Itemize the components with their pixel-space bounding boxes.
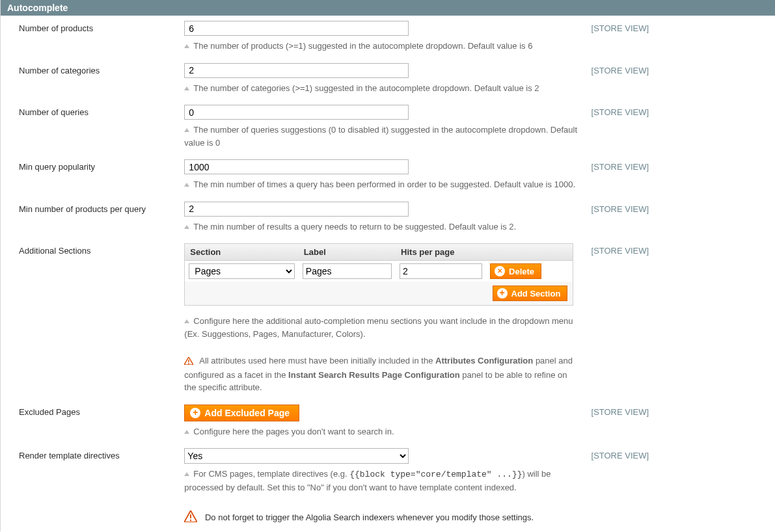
hint-num-queries: The number of queries suggestions (0 to …	[184, 124, 578, 149]
scope-label: [STORE VIEW]	[585, 238, 775, 399]
plus-icon	[190, 408, 200, 418]
label-excluded-pages: Excluded Pages	[1, 399, 184, 444]
scope-label: [STORE VIEW]	[585, 154, 775, 196]
input-num-products[interactable]	[184, 21, 409, 36]
scope-label: [STORE VIEW]	[585, 16, 775, 58]
add-excluded-page-button[interactable]: Add Excluded Page	[184, 405, 299, 421]
input-min-popularity[interactable]	[184, 159, 409, 174]
label-num-products: Number of products	[1, 16, 184, 58]
label-num-categories: Number of categories	[1, 58, 184, 100]
warning-icon	[184, 356, 193, 369]
hint-render: For CMS pages, template directives (e.g.…	[184, 468, 578, 494]
panel-title: Autocomplete	[1, 0, 775, 16]
col-label: Label	[299, 244, 396, 261]
plus-icon	[497, 288, 508, 299]
input-min-products-per-query[interactable]	[184, 202, 409, 217]
label-min-popularity: Min query popularity	[1, 154, 184, 196]
scope-label: [STORE VIEW]	[585, 100, 775, 154]
hint-num-categories: The number of categories (>=1) suggested…	[184, 82, 578, 95]
warn-additional: All attributes used here must have been …	[184, 354, 578, 394]
svg-point-3	[190, 520, 191, 521]
close-icon	[495, 266, 505, 276]
label-num-queries: Number of queries	[1, 100, 184, 154]
col-section: Section	[185, 244, 299, 261]
label-min-products-per-query: Min number of products per query	[1, 196, 184, 239]
scope-label: [STORE VIEW]	[585, 58, 775, 100]
add-section-button[interactable]: Add Section	[493, 286, 568, 301]
col-hits: Hits per page	[396, 244, 486, 261]
svg-point-1	[188, 363, 189, 364]
input-section-hits[interactable]	[400, 263, 482, 279]
input-num-categories[interactable]	[184, 63, 409, 78]
label-render-directives: Render template directives	[1, 443, 184, 531]
additional-sections-grid: Section Label Hits per page Pages	[184, 243, 573, 306]
scope-label: [STORE VIEW]	[585, 196, 775, 239]
hint-additional: Configure here the additional auto-compl…	[184, 315, 578, 340]
scope-label: [STORE VIEW]	[585, 399, 775, 444]
input-num-queries[interactable]	[184, 105, 409, 120]
hint-excluded: Configure here the pages you don't want …	[184, 425, 578, 438]
select-render-directives[interactable]: Yes	[184, 448, 409, 464]
delete-button[interactable]: Delete	[490, 263, 541, 279]
table-row: Pages Delete	[185, 261, 573, 282]
warn-render: Do not forget to trigger the Algolia Sea…	[184, 511, 578, 526]
hint-min-popularity: The min number of times a query has been…	[184, 178, 578, 191]
label-additional-sections: Additional Sections	[1, 238, 184, 399]
warning-icon	[184, 514, 200, 524]
hint-min-products-per-query: The min number of results a query needs …	[184, 220, 578, 233]
scope-label: [STORE VIEW]	[585, 443, 775, 531]
hint-num-products: The number of products (>=1) suggested i…	[184, 40, 578, 53]
select-section[interactable]: Pages	[189, 263, 294, 279]
input-section-label[interactable]	[303, 263, 392, 279]
